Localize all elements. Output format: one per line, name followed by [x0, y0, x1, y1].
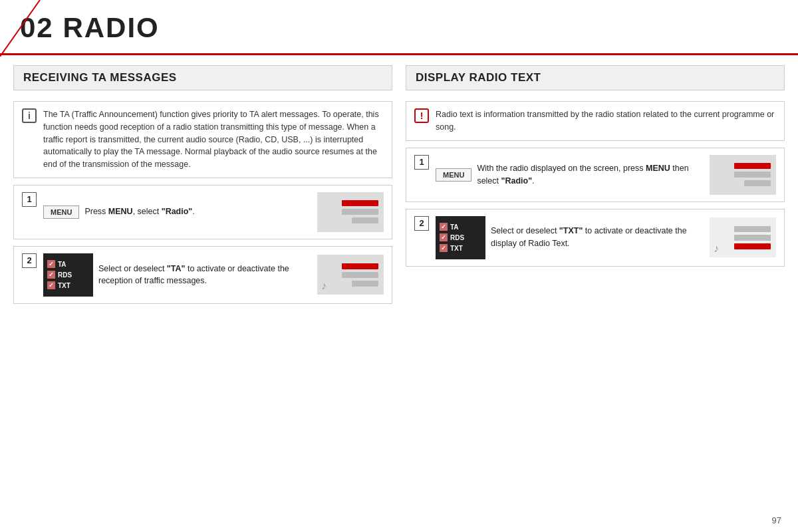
rta-row-3: ✓ TXT [440, 244, 481, 252]
rta-label-2: RDS [450, 234, 464, 241]
exclaim-icon: ! [414, 108, 429, 123]
svg-line-0 [0, 0, 40, 57]
rta-checkbox-3: ✓ [440, 244, 448, 252]
left-info-text: The TA (Traffic Announcement) function g… [43, 108, 384, 171]
left-column: RECEIVING TA MESSAGES i The TA (Traffic … [13, 65, 392, 304]
right-section-header: DISPLAY RADIO TEXT [406, 65, 785, 90]
rta-label-1: TA [450, 223, 459, 231]
step-2-content: ✓ TA ✓ RDS ✓ [43, 253, 384, 297]
mock-line-rr3 [744, 180, 771, 186]
right-info-text: Radio text is information transmitted by… [436, 108, 776, 134]
right-section-title: DISPLAY RADIO TEXT [416, 71, 541, 84]
ta-label-3: TXT [58, 282, 70, 289]
mock-line-rs1 [734, 226, 771, 232]
mock-line-rs2 [734, 235, 771, 241]
left-step-2: 2 ✓ TA ✓ [13, 246, 392, 304]
ta-checkbox-2: ✓ [47, 271, 55, 279]
right-step-1: 1 MENU With the radio displayed on the s… [406, 148, 785, 202]
radio-device-mock-r2: ♪ [710, 217, 776, 257]
left-section-header: RECEIVING TA MESSAGES [13, 65, 392, 90]
mock-line-2 [352, 217, 378, 223]
ta-label-2: RDS [58, 271, 72, 279]
right-step-1-left: MENU With the radio displayed on the scr… [436, 162, 703, 188]
radio-device-mock-1 [317, 192, 384, 232]
step-1-left: MENU Press MENU, select "Radio". [43, 205, 311, 219]
ta-row-2: ✓ RDS [47, 271, 89, 279]
menu-button-mock-1: MENU [43, 205, 79, 219]
rta-checkbox-2: ✓ [440, 233, 448, 241]
note-icon-r: ♪ [714, 243, 719, 255]
step-2-left: ✓ TA ✓ RDS ✓ [43, 253, 311, 297]
left-info-box: i The TA (Traffic Announcement) function… [13, 101, 392, 178]
mock-line-1 [342, 209, 378, 215]
radio-device-mock-2: ♪ [317, 255, 384, 295]
mock-line-red [342, 200, 378, 206]
rta-checkbox-1: ✓ [440, 223, 448, 231]
ta-menu-mock-right: ✓ TA ✓ RDS ✓ [436, 216, 485, 259]
ta-row-1: ✓ TA [47, 260, 89, 268]
step-number-2: 2 [22, 253, 37, 268]
step-number-1: 1 [22, 192, 37, 207]
main-content: RECEIVING TA MESSAGES i The TA (Traffic … [0, 65, 798, 304]
mock-line-r1 [342, 263, 378, 269]
rta-row-1: ✓ TA [440, 223, 481, 231]
mock-line-r2 [342, 272, 378, 278]
page-header: 02 RADIO [0, 0, 798, 55]
left-step-1: 1 MENU Press MENU, select "Radio". [13, 185, 392, 239]
mock-line-r3 [352, 281, 378, 287]
right-step-2-content: ✓ TA ✓ RDS ✓ [436, 216, 776, 259]
step-2-text: Select or deselect "TA" to activate or d… [98, 263, 311, 288]
step-1-text: Press MENU, select "Radio". [84, 205, 311, 218]
rta-label-3: TXT [450, 245, 463, 252]
right-step-2-left: ✓ TA ✓ RDS ✓ [436, 216, 703, 259]
right-step-2: 2 ✓ TA ✓ [406, 209, 785, 267]
note-icon: ♪ [321, 280, 327, 292]
right-column: DISPLAY RADIO TEXT ! Radio text is infor… [406, 65, 785, 304]
ta-checkbox-3: ✓ [47, 281, 55, 289]
ta-menu-mock: ✓ TA ✓ RDS ✓ [43, 253, 93, 297]
ta-checkbox-1: ✓ [47, 260, 55, 268]
mock-line-rr2 [734, 172, 771, 178]
right-step-number-1: 1 [414, 155, 429, 170]
rta-row-2: ✓ RDS [440, 233, 481, 241]
page-number: 97 [772, 515, 781, 525]
step-1-content: MENU Press MENU, select "Radio". [43, 192, 384, 232]
mock-line-rr1 [734, 163, 771, 169]
menu-button-mock-r1: MENU [436, 168, 471, 182]
ta-label-1: TA [58, 261, 66, 268]
info-icon: i [22, 108, 37, 123]
right-step-number-2: 2 [414, 216, 429, 231]
radio-device-mock-r1 [710, 155, 776, 195]
ta-row-3: ✓ TXT [47, 281, 89, 289]
mock-line-rs3 [734, 243, 771, 249]
diagonal-decoration [0, 0, 53, 57]
right-step-1-text: With the radio displayed on the screen, … [477, 162, 703, 188]
right-step-2-text: Select or deselect "TXT" to activate or … [491, 225, 703, 250]
right-info-box: ! Radio text is information transmitted … [406, 101, 785, 141]
left-section-title: RECEIVING TA MESSAGES [23, 71, 177, 84]
right-step-1-content: MENU With the radio displayed on the scr… [436, 155, 776, 195]
